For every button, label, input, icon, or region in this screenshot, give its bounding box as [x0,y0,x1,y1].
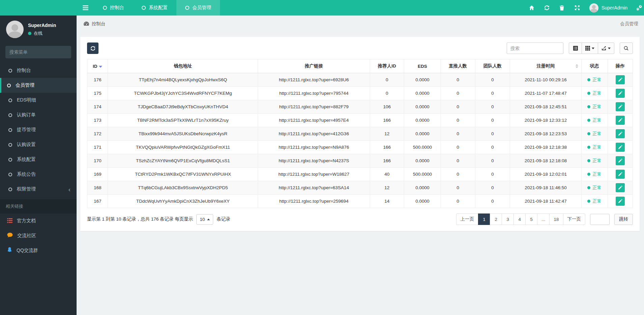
cell-eds: 0.0000 [404,181,441,195]
cell-link: http://1211.rglxc.top?uper=N4237S [258,154,370,168]
cell-status: 正常 [581,114,608,127]
sidebar-item-9[interactable]: 权限管理‹ [0,182,77,197]
home-icon[interactable] [529,5,535,11]
column-header-2: 钱包地址 [108,59,258,73]
main-content: 控制台 会员管理 [77,16,644,315]
edit-button[interactable] [616,102,625,111]
sidebar-menu: 控制台会员管理EDS明细认购订单提币管理认购设置系统配置系统公告权限管理‹ [0,63,77,197]
sidebar: SuperAdmin 在线 控制台会员管理EDS明细认购订单提币管理认购设置系统… [0,16,77,315]
sidebar-item-8[interactable]: 系统公告 [0,167,77,182]
status-badge: 正常 [587,131,601,137]
column-header-10: 操作 [608,59,633,73]
column-header-8[interactable]: 注册时间 [510,59,582,73]
pencil-icon [618,185,622,190]
page-button-18[interactable]: 18 [549,213,563,225]
user-menu[interactable]: SuperAdmin [589,3,627,12]
cell-ref_id: 40 [370,168,404,181]
page-button-4[interactable]: 4 [513,213,526,225]
cell-actions [608,127,633,141]
cell-link: http://1211.rglxc.top?uper=4957E4 [258,114,370,127]
cell-eds: 0.0000 [404,73,441,87]
edit-button[interactable] [616,183,625,192]
pencil-icon [618,118,622,122]
edit-button[interactable] [616,75,625,84]
page-size-select[interactable]: 10 [196,214,213,225]
table-row: 167TDdcWqUvhYyAmkDpiCnX3ZhJeUb9Y6xeXYhtt… [87,195,633,208]
next-page-button[interactable]: 下一页 [563,213,586,225]
tab-3[interactable]: 会员管理 [176,0,220,16]
jump-button[interactable]: 跳转 [614,214,633,225]
cell-link: http://1211.rglxc.top?uper=N9A876 [258,141,370,154]
page-button-1[interactable]: 1 [478,213,490,225]
cell-ref_id: 12 [370,181,404,195]
cell-status: 正常 [581,73,608,87]
tab-2[interactable]: 系统配置 [133,0,176,16]
sidebar-item-label: 控制台 [17,67,31,74]
status-badge: 正常 [587,185,601,191]
hamburger-icon[interactable] [77,0,94,16]
edit-button[interactable] [616,89,625,98]
table-search-input[interactable] [507,42,563,54]
status-dot [587,132,590,135]
cell-direct: 0 [441,127,475,141]
refresh-icon[interactable] [544,5,550,11]
circle-icon [8,188,12,191]
prev-page-button[interactable]: 上一页 [456,213,479,225]
sidebar-item-4[interactable]: 认购订单 [0,108,77,122]
sidebar-item-6[interactable]: 认购设置 [0,137,77,152]
cell-actions [608,154,633,168]
column-header-3: 推广链接 [258,59,370,73]
trash-icon[interactable] [559,5,565,11]
column-header-1[interactable]: ID [87,59,108,73]
cell-direct: 0 [441,73,475,87]
sidebar-user-panel: SuperAdmin 在线 [0,16,77,42]
edit-button[interactable] [616,116,625,125]
page-button-5[interactable]: 5 [525,213,537,225]
sidebar-link-1[interactable]: 官方文档 [0,213,77,228]
qq-icon [7,247,12,254]
status-dot [587,146,590,149]
sidebar-item-2[interactable]: 会员管理 [0,78,77,93]
cell-id: 174 [87,100,108,114]
columns-button[interactable] [582,42,598,54]
cell-link: http://1211.rglxc.top?uper=259694 [258,195,370,208]
sidebar-search-input[interactable] [9,50,69,55]
sidebar-link-3[interactable]: QQ交流群 [0,243,77,258]
edit-button[interactable] [616,129,625,138]
sidebar-item-3[interactable]: EDS明细 [0,93,77,108]
sidebar-link-2[interactable]: 交流社区 [0,228,77,243]
page-button-3[interactable]: 3 [502,213,514,225]
cell-wallet: TCtRYD2Pmk1WKBxQC7ifFV31WNYxRPUiHX [108,168,258,181]
circle-icon [8,113,12,117]
edit-button[interactable] [616,156,625,165]
export-button[interactable] [598,42,614,54]
export-icon [601,46,606,51]
refresh-button[interactable] [87,42,99,54]
cell-eds: 500.0000 [404,168,441,181]
jump-page-input[interactable] [590,214,610,225]
gears-icon[interactable] [637,5,643,11]
sidebar-item-7[interactable]: 系统配置 [0,152,77,167]
cell-id: 173 [87,114,108,127]
status-dot [587,105,590,108]
edit-button[interactable] [616,143,625,152]
cell-link: http://1211.rglxc.top?uper=412G36 [258,127,370,141]
table-row: 176TTpEhj7n4mi4BQLyexsKjxhgQpJoHwxS6Qhtt… [87,73,633,87]
sidebar-item-5[interactable]: 提币管理 [0,122,77,137]
sidebar-item-1[interactable]: 控制台 [0,63,77,78]
edit-button[interactable] [616,197,625,206]
cell-team: 0 [475,100,510,114]
fullscreen-icon[interactable] [574,5,580,11]
cell-actions [608,195,633,208]
toggle-view-button[interactable] [569,42,582,54]
tab-1[interactable]: 控制台 [94,0,133,16]
cell-status: 正常 [581,181,608,195]
page-button-...[interactable]: ... [537,213,550,225]
caret-up-icon [207,219,210,220]
page-button-2[interactable]: 2 [490,213,502,225]
breadcrumb-page: 会员管理 [620,21,638,27]
edit-button[interactable] [616,170,625,179]
cell-wallet: TTpEhj7n4mi4BQLyexsKjxhgQpJoHwxS6Q [108,73,258,87]
cell-team: 0 [475,87,510,100]
search-button[interactable] [620,42,633,54]
